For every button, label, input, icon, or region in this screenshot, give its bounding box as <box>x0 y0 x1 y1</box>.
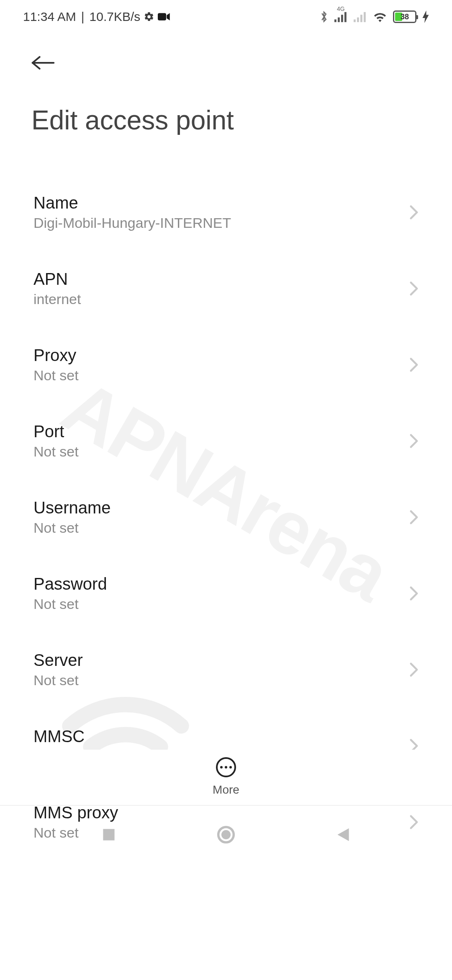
svg-rect-1 <box>334 19 336 22</box>
svg-rect-6 <box>357 18 359 22</box>
setting-label: MMSC <box>33 727 85 746</box>
page-header: Edit access point <box>0 34 452 136</box>
chevron-right-icon <box>409 586 419 601</box>
signal-nosim-icon: x <box>354 11 367 22</box>
setting-value: Not set <box>33 520 111 536</box>
setting-label: Username <box>33 498 111 517</box>
status-network-speed: 10.7KB/s <box>90 10 141 24</box>
bluetooth-icon <box>319 10 329 23</box>
chevron-right-icon <box>409 662 419 677</box>
triangle-left-icon <box>336 827 350 843</box>
setting-label: Proxy <box>33 346 79 365</box>
gear-icon <box>144 11 154 22</box>
nav-recent-button[interactable] <box>98 824 119 845</box>
svg-rect-11 <box>103 829 114 840</box>
setting-apn[interactable]: APN internet <box>33 254 419 330</box>
signal-4g-icon: 4G <box>334 11 348 22</box>
setting-server[interactable]: Server Not set <box>33 635 419 711</box>
system-nav-bar <box>0 805 452 864</box>
status-time: 11:34 AM <box>23 10 76 24</box>
charging-bolt-icon <box>422 10 429 23</box>
bottom-action-bar: More <box>0 750 452 797</box>
setting-value: internet <box>33 291 81 307</box>
setting-label: APN <box>33 270 81 289</box>
setting-value: Not set <box>33 672 83 689</box>
more-button[interactable]: More <box>213 757 239 797</box>
chevron-right-icon <box>409 281 419 296</box>
svg-rect-8 <box>364 12 366 22</box>
svg-rect-5 <box>354 19 356 22</box>
wifi-icon <box>373 11 387 22</box>
chevron-right-icon <box>409 433 419 449</box>
setting-value: Not set <box>33 444 79 460</box>
svg-rect-4 <box>344 12 347 22</box>
setting-value: Digi-Mobil-Hungary-INTERNET <box>33 215 231 231</box>
status-separator: | <box>81 10 85 24</box>
setting-label: Server <box>33 651 83 670</box>
chevron-right-icon <box>409 205 419 220</box>
back-button[interactable] <box>31 50 56 75</box>
setting-label: Port <box>33 422 79 441</box>
nav-home-button[interactable] <box>216 824 236 845</box>
setting-label: Password <box>33 575 107 593</box>
setting-value: Not set <box>33 367 79 384</box>
page-title: Edit access point <box>31 105 421 136</box>
battery-icon: 38 <box>393 10 416 23</box>
svg-rect-7 <box>360 15 362 22</box>
more-label: More <box>213 783 239 797</box>
svg-rect-2 <box>338 18 340 22</box>
arrow-left-icon <box>31 54 55 71</box>
chevron-right-icon <box>409 357 419 372</box>
video-camera-icon <box>158 12 170 21</box>
status-left: 11:34 AM | 10.7KB/s <box>23 10 170 24</box>
setting-proxy[interactable]: Proxy Not set <box>33 330 419 406</box>
status-bar: 11:34 AM | 10.7KB/s 4G x <box>0 0 452 34</box>
square-icon <box>102 828 116 842</box>
svg-point-13 <box>221 830 231 839</box>
svg-text:x: x <box>364 21 367 22</box>
setting-password[interactable]: Password Not set <box>33 559 419 635</box>
svg-rect-0 <box>158 13 166 21</box>
setting-label: Name <box>33 193 231 212</box>
more-horizontal-icon <box>216 757 236 777</box>
setting-username[interactable]: Username Not set <box>33 482 419 559</box>
status-right: 4G x 38 <box>319 10 429 23</box>
svg-rect-3 <box>341 15 343 22</box>
setting-port[interactable]: Port Not set <box>33 406 419 482</box>
chevron-right-icon <box>409 510 419 525</box>
battery-percent: 38 <box>394 13 415 21</box>
circle-icon <box>217 825 235 844</box>
setting-name[interactable]: Name Digi-Mobil-Hungary-INTERNET <box>33 178 419 254</box>
setting-value: Not set <box>33 596 107 612</box>
nav-back-button[interactable] <box>333 824 354 845</box>
